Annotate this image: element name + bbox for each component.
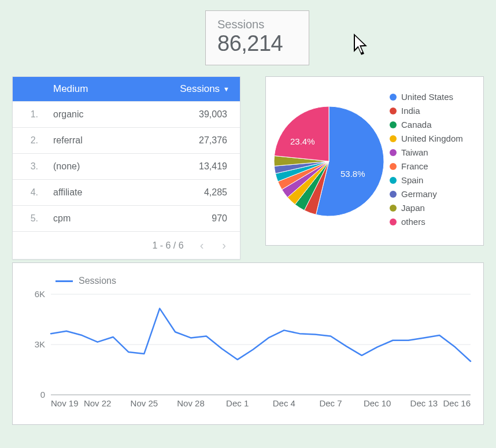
row-medium: (none): [42, 161, 182, 172]
sessions-line-chart[interactable]: Sessions 03K6KNov 19Nov 22Nov 25Nov 28De…: [12, 262, 484, 425]
row-index: 5.: [13, 213, 42, 224]
svg-text:Dec 13: Dec 13: [410, 398, 438, 408]
legend-label: Taiwan: [401, 147, 428, 158]
svg-text:Dec 1: Dec 1: [226, 398, 249, 408]
line-legend-label: Sessions: [79, 276, 116, 286]
pie-chart-canvas: 53.8%23.4%: [268, 101, 390, 222]
row-sessions: 39,003: [182, 109, 240, 120]
svg-text:Dec 4: Dec 4: [273, 398, 295, 408]
legend-swatch: [390, 205, 397, 212]
cursor-icon: [350, 31, 373, 60]
line-chart-canvas: 03K6KNov 19Nov 22Nov 25Nov 28Dec 1Dec 4D…: [24, 290, 473, 411]
legend-swatch: [390, 219, 397, 225]
legend-label: Spain: [401, 175, 423, 186]
legend-swatch: [390, 177, 397, 184]
pager-range-label: 1 - 6 / 6: [152, 240, 183, 251]
row-sessions: 27,376: [182, 135, 240, 146]
legend-label: United Kingdom: [401, 134, 463, 144]
legend-swatch: [390, 121, 397, 128]
legend-swatch: [390, 149, 397, 156]
legend-item[interactable]: Taiwan: [390, 147, 476, 158]
legend-label: United States: [401, 92, 453, 102]
legend-label: Japan: [401, 203, 425, 213]
legend-item[interactable]: India: [390, 106, 476, 116]
table-row[interactable]: 3.(none)13,419: [13, 153, 240, 179]
legend-swatch: [390, 135, 397, 142]
svg-text:Dec 7: Dec 7: [319, 398, 342, 408]
row-index: 1.: [13, 109, 42, 120]
table-pagination: 1 - 6 / 6 ‹ ›: [13, 231, 240, 259]
medium-sessions-table[interactable]: Medium Sessions ▼ 1.organic39,0032.refer…: [12, 76, 240, 260]
scorecard-label: Sessions: [217, 18, 297, 31]
pager-next-button[interactable]: ›: [220, 239, 228, 252]
table-header-row: Medium Sessions ▼: [13, 77, 240, 101]
table-row[interactable]: 1.organic39,003: [13, 101, 240, 127]
row-medium: cpm: [42, 213, 182, 224]
legend-item[interactable]: Japan: [390, 203, 476, 213]
legend-swatch: [390, 163, 397, 170]
row-index: 2.: [13, 135, 42, 146]
svg-text:Nov 25: Nov 25: [131, 398, 158, 408]
scorecard-value: 86,214: [217, 31, 297, 56]
legend-swatch: [390, 108, 397, 114]
row-sessions: 13,419: [182, 161, 240, 172]
row-sessions: 4,285: [182, 187, 240, 198]
legend-item[interactable]: Spain: [390, 175, 476, 186]
pie-legend: United StatesIndiaCanadaUnited KingdomTa…: [390, 92, 476, 231]
legend-item[interactable]: others: [390, 217, 476, 227]
legend-item[interactable]: France: [390, 161, 476, 172]
row-index: 4.: [13, 187, 42, 198]
line-legend-swatch: [55, 280, 73, 282]
legend-label: others: [401, 217, 425, 227]
legend-swatch: [390, 94, 397, 101]
row-medium: affiliate: [42, 187, 182, 198]
column-header-medium[interactable]: Medium: [42, 83, 180, 95]
pager-prev-button[interactable]: ‹: [198, 239, 206, 252]
svg-text:Nov 19: Nov 19: [51, 398, 79, 408]
row-sessions: 970: [182, 213, 240, 224]
svg-text:3K: 3K: [35, 339, 45, 349]
svg-text:Dec 16: Dec 16: [443, 398, 471, 408]
table-row[interactable]: 4.affiliate4,285: [13, 179, 240, 205]
pie-slice-label: 53.8%: [340, 169, 365, 179]
svg-text:0: 0: [40, 390, 45, 399]
legend-item[interactable]: United States: [390, 92, 476, 102]
country-pie-chart[interactable]: 53.8%23.4% United StatesIndiaCanadaUnite…: [265, 76, 484, 246]
row-index: 3.: [13, 161, 42, 172]
legend-item[interactable]: United Kingdom: [390, 134, 476, 144]
svg-text:Nov 22: Nov 22: [84, 398, 112, 408]
table-row[interactable]: 2.referral27,376: [13, 127, 240, 153]
line-legend: Sessions: [55, 276, 472, 286]
svg-text:6K: 6K: [35, 290, 45, 299]
legend-label: India: [401, 106, 420, 116]
pie-slice-label: 23.4%: [290, 136, 315, 146]
table-row[interactable]: 5.cpm970: [13, 205, 240, 231]
legend-item[interactable]: Germany: [390, 189, 476, 199]
column-header-sessions[interactable]: Sessions ▼: [180, 83, 240, 95]
legend-label: Canada: [401, 120, 432, 130]
legend-swatch: [390, 191, 397, 198]
legend-item[interactable]: Canada: [390, 120, 476, 130]
row-medium: organic: [42, 109, 182, 120]
svg-text:Nov 28: Nov 28: [177, 398, 205, 408]
sort-descending-icon: ▼: [223, 86, 230, 92]
row-medium: referral: [42, 135, 182, 146]
svg-text:Dec 10: Dec 10: [364, 398, 391, 408]
sessions-scorecard[interactable]: Sessions 86,214: [205, 10, 309, 65]
legend-label: France: [401, 161, 428, 172]
legend-label: Germany: [401, 189, 437, 199]
